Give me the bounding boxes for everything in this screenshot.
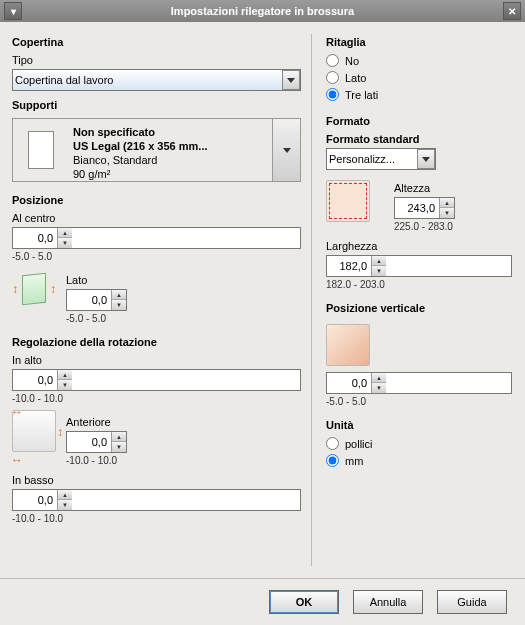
format-preview-icon [326,180,370,222]
front-input[interactable] [67,432,111,452]
spin-up-icon[interactable]: ▲ [440,198,454,208]
front-range: -10.0 - 10.0 [66,453,127,466]
top-range: -10.0 - 10.0 [12,391,301,404]
side-position-icon [12,268,56,310]
bottom-input[interactable] [13,490,57,510]
height-range: 225.0 - 283.0 [394,219,455,232]
rotation-icon [12,410,56,452]
dialog-footer: OK Annulla Guida [0,578,525,624]
side-spinner[interactable]: ▲▼ [66,289,127,311]
chevron-down-icon[interactable] [282,70,300,90]
radio-unit-mm[interactable]: mm [326,452,512,469]
spin-up-icon[interactable]: ▲ [112,290,126,300]
section-format: Formato [326,113,512,131]
center-spinner[interactable]: ▲▼ [12,227,301,249]
media-line1: Non specificato [73,125,268,139]
spin-down-icon[interactable]: ▼ [372,383,386,393]
radio-trim-side[interactable]: Lato [326,69,512,86]
ok-button[interactable]: OK [269,590,339,614]
height-spinner[interactable]: ▲▼ [394,197,455,219]
label-width: Larghezza [326,238,512,255]
help-button[interactable]: Guida [437,590,507,614]
vpos-input[interactable] [327,373,371,393]
spin-down-icon[interactable]: ▼ [112,442,126,452]
media-line3: Bianco, Standard [73,153,268,167]
section-cover: Copertina [12,34,301,52]
media-text: Non specificato US Legal (216 x 356 mm..… [69,119,272,181]
titlebar: ▾ Impostazioni rilegatore in brossura ✕ [0,0,525,22]
vpos-spinner[interactable]: ▲▼ [326,372,512,394]
media-thumb [13,119,69,181]
radio-unit-inches[interactable]: pollici [326,435,512,452]
label-media: Supporti [12,97,301,114]
section-rotation: Regolazione della rotazione [12,334,301,352]
close-icon[interactable]: ✕ [503,2,521,20]
spin-down-icon[interactable]: ▼ [440,208,454,218]
vpos-preview-icon [326,324,370,366]
section-unit: Unità [326,417,512,435]
std-format-value: Personalizz... [329,153,395,165]
dialog-content: Copertina Tipo Copertina dal lavoro Supp… [0,22,525,578]
spin-up-icon[interactable]: ▲ [112,432,126,442]
section-position: Posizione [12,192,301,210]
label-top: In alto [12,352,301,369]
media-line4: 90 g/m² [73,167,268,181]
label-height: Altezza [394,180,455,197]
top-spinner[interactable]: ▲▼ [12,369,301,391]
height-input[interactable] [395,198,439,218]
side-range: -5.0 - 5.0 [66,311,127,324]
spin-down-icon[interactable]: ▼ [58,500,72,510]
section-vpos: Posizione verticale [326,300,512,318]
top-input[interactable] [13,370,57,390]
window-title: Impostazioni rilegatore in brossura [22,5,503,17]
spin-up-icon[interactable]: ▲ [58,370,72,380]
titlebar-menu-button[interactable]: ▾ [4,2,22,20]
spin-up-icon[interactable]: ▲ [58,228,72,238]
width-range: 182.0 - 203.0 [326,277,512,290]
media-dropdown-button[interactable] [272,119,300,181]
label-type: Tipo [12,52,301,69]
front-spinner[interactable]: ▲▼ [66,431,127,453]
spin-up-icon[interactable]: ▲ [372,373,386,383]
type-dropdown[interactable]: Copertina dal lavoro [12,69,301,91]
radio-trim-no[interactable]: No [326,52,512,69]
side-input[interactable] [67,290,111,310]
radio-trim-three[interactable]: Tre lati [326,86,512,103]
section-trim: Ritaglia [326,34,512,52]
center-input[interactable] [13,228,57,248]
spin-down-icon[interactable]: ▼ [58,238,72,248]
width-spinner[interactable]: ▲▼ [326,255,512,277]
label-center: Al centro [12,210,301,227]
spin-up-icon[interactable]: ▲ [372,256,386,266]
label-std-format: Formato standard [326,131,512,148]
vpos-range: -5.0 - 5.0 [326,394,512,407]
chevron-down-icon[interactable] [417,149,435,169]
bottom-range: -10.0 - 10.0 [12,511,301,524]
media-selector: Non specificato US Legal (216 x 356 mm..… [12,118,301,182]
spin-up-icon[interactable]: ▲ [58,490,72,500]
label-front: Anteriore [66,414,127,431]
cancel-button[interactable]: Annulla [353,590,423,614]
width-input[interactable] [327,256,371,276]
spin-down-icon[interactable]: ▼ [372,266,386,276]
center-range: -5.0 - 5.0 [12,249,301,262]
media-line2: US Legal (216 x 356 mm... [73,139,268,153]
spin-down-icon[interactable]: ▼ [112,300,126,310]
type-value: Copertina dal lavoro [15,74,113,86]
bottom-spinner[interactable]: ▲▼ [12,489,301,511]
label-bottom: In basso [12,472,301,489]
label-side: Lato [66,272,127,289]
spin-down-icon[interactable]: ▼ [58,380,72,390]
std-format-dropdown[interactable]: Personalizz... [326,148,436,170]
